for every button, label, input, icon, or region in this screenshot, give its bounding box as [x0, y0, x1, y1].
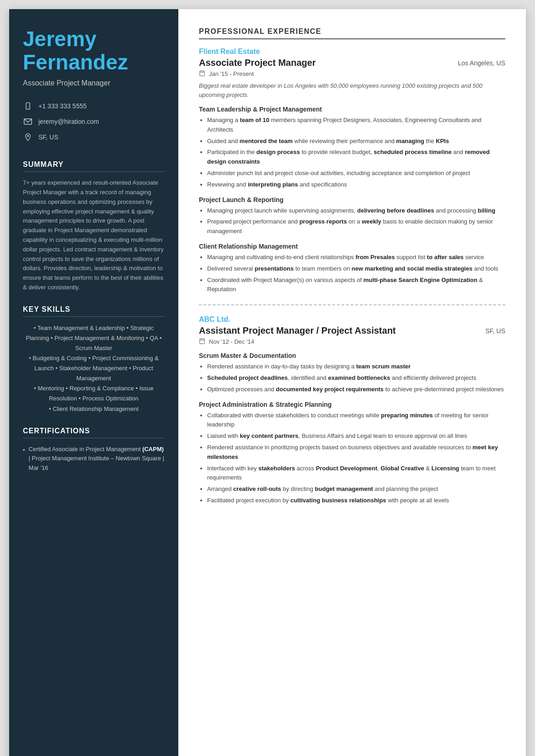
bullet-item: Coordinated with Project Manager(s) on v…	[207, 276, 505, 295]
job-2-title: Assistant Project Manager / Project Assi…	[199, 325, 396, 336]
cert-item: • Certified Associate in Project Managem…	[23, 445, 165, 473]
main-content: PROFESSIONAL EXPERIENCE Flient Real Esta…	[178, 9, 526, 756]
subsection-1-bullets: Managing a team of 10 members spanning P…	[199, 116, 505, 190]
skills-section: KEY SKILLS • Team Management & Leadershi…	[23, 305, 165, 414]
bullet-item: Collaborated with diverse stakeholders t…	[207, 411, 505, 430]
bullet-item: Rendered assistance in day-to-day tasks …	[207, 362, 505, 372]
bullet-item: Scheduled project deadlines, identified …	[207, 373, 505, 383]
resume-container: Jeremy Fernandez Associate Project Manag…	[9, 9, 526, 756]
job-2-location: SF, US	[485, 325, 505, 335]
svg-point-3	[27, 135, 29, 137]
job-1-dates: Jan '15 - Present	[199, 70, 505, 78]
job-1-description: Biggest real estate developer in Los Ang…	[199, 81, 505, 99]
subsection-4-bullets: Rendered assistance in day-to-day tasks …	[199, 362, 505, 394]
subsection-5-bullets: Collaborated with diverse stakeholders t…	[199, 411, 505, 506]
svg-rect-0	[26, 103, 30, 110]
job-1-header: Associate Project Manager Los Angeles, U…	[199, 58, 505, 68]
bullet-item: Liaised with key content partners, Busin…	[207, 431, 505, 441]
certifications-heading: CERTIFICATIONS	[23, 427, 165, 438]
bullet-item: Reviewing and interpreting plans and spe…	[207, 180, 505, 190]
experience-section-title: PROFESSIONAL EXPERIENCE	[199, 27, 505, 39]
svg-rect-8	[200, 339, 205, 344]
candidate-title: Associate Project Manager	[23, 79, 165, 87]
job-1: Flient Real Estate Associate Project Man…	[199, 48, 505, 294]
job-2-subsection-1: Scrum Master & Documentation Rendered as…	[199, 352, 505, 394]
job-2-dates: Nov '12 - Dec '14	[199, 338, 505, 346]
contact-phone: +1 333 333 5555	[23, 101, 165, 111]
bullet-item: Managing a team of 10 members spanning P…	[207, 116, 505, 135]
company-1-name: Flient Real Estate	[199, 48, 505, 56]
contact-email: jeremy@hiration.com	[23, 117, 165, 127]
bullet-item: Rendered assistance in prioritizing proj…	[207, 443, 505, 462]
bullet-item: Administer punch list and project close-…	[207, 169, 505, 178]
phone-icon	[23, 101, 33, 111]
subsection-3-title: Client Relationship Management	[199, 243, 505, 250]
job-2: ABC Ltd. Assistant Project Manager / Pro…	[199, 315, 505, 506]
subsection-3-bullets: Managing and cultivating end-to-end clie…	[199, 253, 505, 294]
job-2-subsection-2: Project Administration & Strategic Plann…	[199, 401, 505, 506]
job-1-location: Los Angeles, US	[458, 58, 505, 67]
cert-text: Certified Associate in Project Managemen…	[29, 445, 165, 473]
experience-section: PROFESSIONAL EXPERIENCE Flient Real Esta…	[199, 27, 505, 506]
subsection-4-title: Scrum Master & Documentation	[199, 352, 505, 359]
subsection-5-title: Project Administration & Strategic Plann…	[199, 401, 505, 408]
summary-section: SUMMARY 7+ years experienced and result-…	[23, 160, 165, 293]
job-divider	[199, 304, 505, 305]
job-1-subsection-3: Client Relationship Management Managing …	[199, 243, 505, 294]
bullet-item: Guided and mentored the team while revie…	[207, 137, 505, 146]
job-1-subsection-1: Team Leadership & Project Management Man…	[199, 106, 505, 190]
candidate-name: Jeremy Fernandez	[23, 27, 165, 74]
svg-rect-4	[200, 71, 205, 76]
bullet-item: Prepared project performance and progres…	[207, 217, 505, 236]
job-1-title: Associate Project Manager	[199, 58, 316, 68]
bullet-item: Delivered several presentations to team …	[207, 264, 505, 274]
bullet-item: Participated in the design process to pr…	[207, 148, 505, 167]
subsection-2-bullets: Managing project launch while supervisin…	[199, 206, 505, 236]
bullet-item: Arranged creative roll-outs by directing…	[207, 484, 505, 494]
summary-text: 7+ years experienced and result-oriented…	[23, 178, 165, 293]
cert-bullet: •	[23, 446, 25, 455]
calendar-icon-2	[199, 338, 205, 346]
summary-heading: SUMMARY	[23, 160, 165, 172]
sidebar: Jeremy Fernandez Associate Project Manag…	[9, 9, 178, 756]
location-icon	[23, 132, 33, 142]
job-1-subsection-2: Project Launch & Reporting Managing proj…	[199, 196, 505, 236]
email-icon	[23, 117, 33, 127]
bullet-item: Facilitated project execution by cultiva…	[207, 496, 505, 506]
bullet-item: Optimized processes and documented key p…	[207, 385, 505, 394]
contact-location: SF, US	[23, 132, 165, 142]
company-2-name: ABC Ltd.	[199, 315, 505, 324]
bullet-item: Managing and cultivating end-to-end clie…	[207, 253, 505, 262]
bullet-item: Managing project launch while supervisin…	[207, 206, 505, 216]
subsection-2-title: Project Launch & Reporting	[199, 196, 505, 203]
skills-heading: KEY SKILLS	[23, 305, 165, 317]
job-2-header: Assistant Project Manager / Project Assi…	[199, 325, 505, 336]
calendar-icon	[199, 70, 205, 78]
certifications-section: CERTIFICATIONS • Certified Associate in …	[23, 427, 165, 473]
skills-content: • Team Management & Leadership • Strateg…	[23, 323, 165, 414]
subsection-1-title: Team Leadership & Project Management	[199, 106, 505, 113]
bullet-item: Interfaced with key stakeholders across …	[207, 464, 505, 483]
